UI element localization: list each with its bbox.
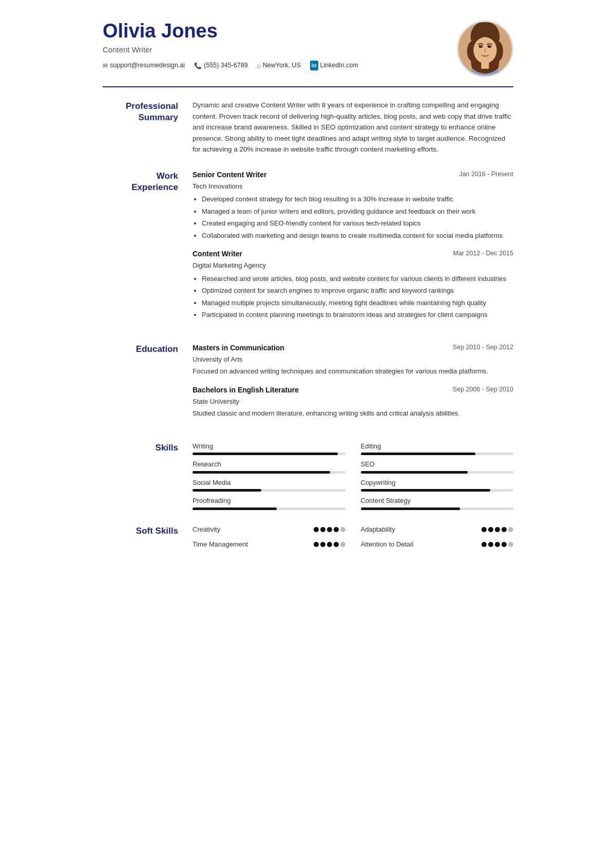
skill-dot <box>327 527 332 532</box>
skill-item: SEO <box>361 459 514 474</box>
edu-1-degree: Masters in Communication <box>192 343 284 353</box>
svg-point-14 <box>488 45 492 48</box>
job-2-company: Digital Marketing Agency <box>192 260 513 271</box>
svg-point-16 <box>490 45 491 46</box>
skill-name: Social Media <box>192 478 345 488</box>
job-1-title: Senior Content Writer <box>192 170 266 180</box>
skill-name: Content Strategy <box>361 496 514 506</box>
skill-bar-fill <box>361 489 491 492</box>
phone-icon: 📞 <box>194 61 202 70</box>
work-experience-content: Senior Content Writer Jan 2016 - Present… <box>192 170 513 328</box>
edu-2-header: Bachelors in English Literature Sep 2006… <box>192 385 513 396</box>
job-1-bullets: Developed content strategy for tech blog… <box>192 194 513 240</box>
skill-dot <box>320 527 325 532</box>
header-divider <box>103 86 513 87</box>
job-2-title: Content Writer <box>192 249 242 259</box>
skill-dot <box>340 527 345 532</box>
summary-content: Dynamic and creative Content Writer with… <box>192 100 513 155</box>
education-label: Education <box>103 343 192 427</box>
work-experience-section: Work Experience Senior Content Writer Ja… <box>103 170 513 328</box>
avatar <box>457 21 513 77</box>
location-text: NewYork, US <box>263 61 301 70</box>
job-1-dates: Jan 2016 - Present <box>459 170 513 179</box>
header-left: Olivia Jones Content Writer ✉ support@re… <box>103 21 457 70</box>
skill-dot <box>314 527 319 532</box>
edu-1-desc: Focused on advanced writing techniques a… <box>192 366 513 377</box>
skill-dot <box>327 542 332 547</box>
skill-dot <box>502 527 507 532</box>
education-section: Education Masters in Communication Sep 2… <box>103 343 513 427</box>
skill-dot <box>334 527 339 532</box>
skill-dot <box>508 542 513 547</box>
skill-item: Social Media <box>192 478 345 492</box>
skill-bar-fill <box>192 453 338 455</box>
skill-dot <box>502 542 507 547</box>
skill-name: Writing <box>192 441 345 452</box>
contact-linkedin: in LinkedIn.com <box>310 61 358 70</box>
skill-bar-bg <box>192 453 345 455</box>
skill-bar-bg <box>361 507 514 510</box>
skill-item: Content Strategy <box>361 496 514 510</box>
skill-bar-bg <box>361 471 514 474</box>
skills-grid: Writing Editing Research SEO Social Medi… <box>192 441 513 510</box>
linkedin-text: LinkedIn.com <box>320 61 358 70</box>
skills-content: Writing Editing Research SEO Social Medi… <box>192 441 513 510</box>
skill-item: Research <box>192 459 345 474</box>
skill-bar-fill <box>361 507 460 510</box>
edu-1-school: University of Arts <box>192 354 513 365</box>
skill-dots <box>482 527 513 532</box>
skill-name: SEO <box>361 459 514 469</box>
svg-rect-17 <box>481 62 489 68</box>
soft-skills-section: Soft Skills Creativity Adaptability Time… <box>103 524 513 550</box>
location-icon: ⌂ <box>257 61 261 70</box>
edu-2-school: State University <box>192 397 513 407</box>
job-1-company: Tech Innovations <box>192 181 513 192</box>
summary-section: Professional Summary Dynamic and creativ… <box>103 100 513 155</box>
skills-label: Skills <box>103 441 192 510</box>
skill-bar-bg <box>361 453 514 455</box>
skill-dots <box>314 527 345 532</box>
skill-bar-bg <box>192 489 345 492</box>
skills-section: Skills Writing Editing Research SEO Soci… <box>103 441 513 510</box>
phone-text: (555) 345-6789 <box>204 61 247 70</box>
skill-dot <box>340 542 345 547</box>
skill-dot <box>482 542 487 547</box>
soft-skill-name: Adaptability <box>361 524 395 535</box>
education-content: Masters in Communication Sep 2010 - Sep … <box>192 343 513 427</box>
contact-location: ⌂ NewYork, US <box>257 61 301 70</box>
soft-skill-name: Creativity <box>192 524 220 535</box>
candidate-title: Content Writer <box>103 44 457 56</box>
linkedin-icon: in <box>310 61 318 70</box>
skill-dot <box>508 527 513 532</box>
skill-bar-fill <box>192 471 330 474</box>
list-item: Created engaging and SEO-friendly conten… <box>202 218 513 229</box>
edu-2-desc: Studied classic and modern literature, e… <box>192 408 513 419</box>
job-2-header: Content Writer Mar 2012 - Dec 2015 <box>192 249 513 259</box>
skill-name: Editing <box>361 441 514 452</box>
skill-item: Copywriting <box>361 478 514 492</box>
list-item: Participated in content planning meeting… <box>202 310 513 320</box>
edu-2-degree: Bachelors in English Literature <box>192 385 299 396</box>
header: Olivia Jones Content Writer ✉ support@re… <box>103 21 513 77</box>
contact-email: ✉ support@resumedesign.ai <box>103 61 185 70</box>
soft-skills-content: Creativity Adaptability Time Management … <box>192 524 513 550</box>
svg-point-13 <box>479 45 483 48</box>
soft-skill-item: Time Management <box>192 539 345 550</box>
skill-dot <box>334 542 339 547</box>
soft-skill-name: Attention to Detail <box>361 539 414 550</box>
skill-name: Research <box>192 459 345 469</box>
soft-skills-grid: Creativity Adaptability Time Management … <box>192 524 513 550</box>
list-item: Developed content strategy for tech blog… <box>202 194 513 204</box>
job-2-dates: Mar 2012 - Dec 2015 <box>453 249 513 258</box>
skill-bar-bg <box>361 489 514 492</box>
skill-dot <box>320 542 325 547</box>
soft-skills-label: Soft Skills <box>103 524 192 550</box>
skill-bar-fill <box>361 453 475 455</box>
contact-phone: 📞 (555) 345-6789 <box>194 61 247 70</box>
skill-dot <box>482 527 487 532</box>
email-icon: ✉ <box>103 61 108 70</box>
job-1-header: Senior Content Writer Jan 2016 - Present <box>192 170 513 180</box>
list-item: Managed a team of junior writers and edi… <box>202 206 513 217</box>
summary-text: Dynamic and creative Content Writer with… <box>192 100 513 155</box>
summary-label: Professional Summary <box>103 100 192 155</box>
